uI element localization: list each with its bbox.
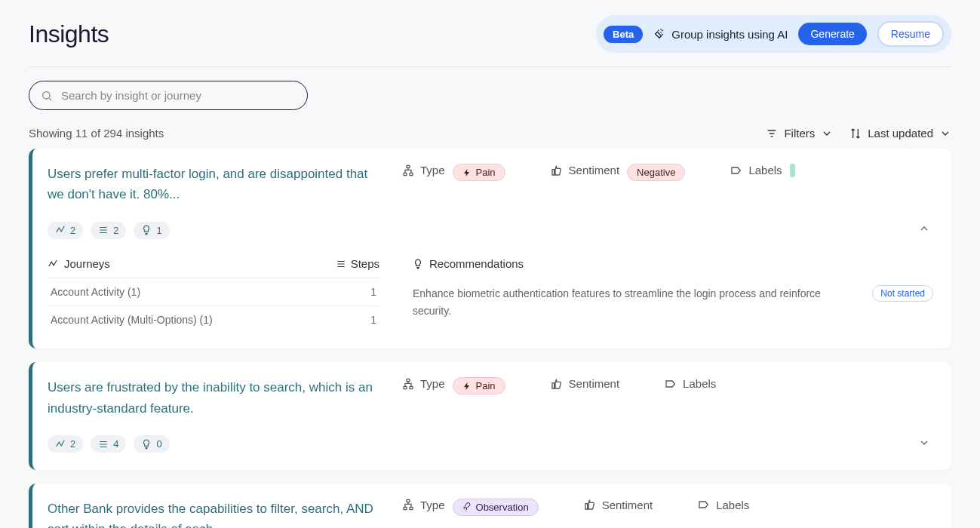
bolt-icon bbox=[462, 382, 472, 391]
chevron-up-icon bbox=[918, 223, 930, 235]
journeys-chip[interactable]: 2 bbox=[48, 222, 83, 239]
resume-button[interactable]: Resume bbox=[877, 21, 944, 47]
labels-field: Labels bbox=[730, 164, 794, 204]
insight-card: Users prefer multi-factor login, and are… bbox=[29, 149, 951, 348]
sentiment-field: Sentiment bbox=[584, 499, 653, 528]
sentiment-pill: Negative bbox=[627, 164, 685, 181]
page-header: Insights Beta Group insights using AI Ge… bbox=[29, 8, 951, 67]
hierarchy-icon bbox=[402, 499, 414, 511]
search-input[interactable] bbox=[29, 81, 308, 110]
sort-button[interactable]: Last updated bbox=[849, 127, 951, 140]
recs-chip[interactable]: 0 bbox=[134, 435, 169, 453]
thumb-up-icon bbox=[584, 499, 596, 511]
steps-icon bbox=[336, 259, 346, 269]
journey-steps: 1 bbox=[370, 314, 376, 326]
card-top: Other Bank provides the capabilities to … bbox=[48, 499, 933, 528]
journey-icon bbox=[48, 259, 58, 269]
svg-rect-8 bbox=[404, 508, 407, 510]
sort-icon bbox=[849, 127, 862, 140]
recommendations-header: Recommendations bbox=[429, 257, 524, 270]
recommendation-status[interactable]: Not started bbox=[872, 285, 933, 302]
journeys-header: Journeys bbox=[64, 257, 110, 270]
search-row bbox=[29, 67, 951, 110]
cards-list: Users prefer multi-factor login, and are… bbox=[29, 149, 951, 528]
labels-label: Labels bbox=[748, 164, 782, 177]
filters-button[interactable]: Filters bbox=[766, 127, 833, 140]
bulb-icon bbox=[413, 259, 423, 269]
type-pill: Pain bbox=[453, 164, 505, 181]
bulb-icon bbox=[141, 439, 152, 450]
chevron-down-icon bbox=[939, 127, 951, 140]
labels-label: Labels bbox=[683, 377, 716, 390]
steps-chip[interactable]: 2 bbox=[91, 222, 126, 239]
steps-icon bbox=[98, 225, 109, 235]
journey-name: Account Activity (1) bbox=[51, 286, 140, 298]
rocket-icon bbox=[462, 502, 472, 511]
recs-chip[interactable]: 1 bbox=[134, 222, 169, 239]
results-meta-row: Showing 11 of 294 insights Filters Last … bbox=[29, 127, 951, 140]
steps-chip[interactable]: 4 bbox=[91, 435, 126, 453]
expanded-content: JourneysSteps Account Activity (1)1Accou… bbox=[48, 257, 933, 333]
svg-rect-1 bbox=[407, 165, 410, 167]
filter-icon bbox=[766, 127, 778, 140]
type-label: Type bbox=[420, 499, 445, 511]
chevron-down-icon bbox=[918, 437, 930, 449]
chip-row: 2 2 1 bbox=[48, 219, 933, 241]
expand-toggle[interactable] bbox=[915, 219, 933, 241]
journey-row[interactable]: Account Activity (Multi-Options) (1)1 bbox=[48, 306, 379, 333]
svg-rect-5 bbox=[404, 386, 407, 388]
search-box bbox=[29, 81, 308, 110]
journey-name: Account Activity (Multi-Options) (1) bbox=[51, 314, 213, 326]
sentiment-label: Sentiment bbox=[569, 164, 620, 177]
thumb-up-icon bbox=[551, 378, 563, 390]
card-top: Users are frustrated by the inability to… bbox=[48, 377, 933, 418]
svg-rect-6 bbox=[410, 386, 413, 388]
svg-rect-9 bbox=[410, 508, 413, 510]
search-icon bbox=[41, 90, 53, 102]
label-icon bbox=[665, 378, 677, 390]
generate-button[interactable]: Generate bbox=[798, 23, 866, 45]
type-label: Type bbox=[420, 377, 445, 390]
hierarchy-icon bbox=[402, 378, 414, 390]
svg-rect-7 bbox=[407, 500, 410, 502]
magic-wand-icon bbox=[653, 28, 665, 40]
card-top: Users prefer multi-factor login, and are… bbox=[48, 164, 933, 204]
header-actions: Beta Group insights using AI Generate Re… bbox=[596, 15, 951, 53]
labels-label: Labels bbox=[716, 499, 749, 511]
insight-title[interactable]: Users are frustrated by the inability to… bbox=[48, 377, 379, 418]
svg-point-0 bbox=[43, 91, 50, 98]
label-icon bbox=[698, 499, 710, 511]
type-field: Type Pain bbox=[402, 377, 505, 418]
label-icon bbox=[730, 164, 742, 177]
svg-rect-3 bbox=[410, 173, 413, 175]
thumb-up-icon bbox=[551, 164, 563, 177]
type-field: Type Pain bbox=[402, 164, 505, 204]
hierarchy-icon bbox=[402, 164, 414, 177]
insight-title[interactable]: Users prefer multi-factor login, and are… bbox=[48, 164, 379, 204]
bulb-icon bbox=[141, 225, 152, 235]
chevron-down-icon bbox=[821, 127, 833, 140]
svg-rect-2 bbox=[404, 173, 407, 175]
chip-row: 2 4 0 bbox=[48, 434, 933, 455]
labels-field: Labels bbox=[665, 377, 716, 418]
journey-steps: 1 bbox=[370, 286, 376, 298]
insight-card: Users are frustrated by the inability to… bbox=[29, 362, 951, 469]
labels-field: Labels bbox=[698, 499, 749, 528]
journey-row[interactable]: Account Activity (1)1 bbox=[48, 278, 379, 306]
expand-toggle[interactable] bbox=[915, 434, 933, 455]
page-title: Insights bbox=[29, 20, 109, 48]
insight-title[interactable]: Other Bank provides the capabilities to … bbox=[48, 499, 379, 528]
recommendation-text: Enhance biometric authentication feature… bbox=[413, 278, 857, 319]
journeys-chip[interactable]: 2 bbox=[48, 435, 83, 453]
steps-header: Steps bbox=[351, 257, 379, 270]
bolt-icon bbox=[462, 168, 472, 177]
journey-icon bbox=[55, 225, 66, 235]
group-insights-label: Group insights using AI bbox=[653, 28, 788, 41]
meta-actions: Filters Last updated bbox=[766, 127, 951, 140]
insight-card: Other Bank provides the capabilities to … bbox=[29, 483, 951, 528]
label-swatch bbox=[790, 164, 795, 177]
type-pill: Observation bbox=[453, 499, 539, 516]
sentiment-field: Sentiment bbox=[551, 377, 620, 418]
sentiment-label: Sentiment bbox=[602, 499, 653, 511]
steps-icon bbox=[98, 439, 109, 450]
